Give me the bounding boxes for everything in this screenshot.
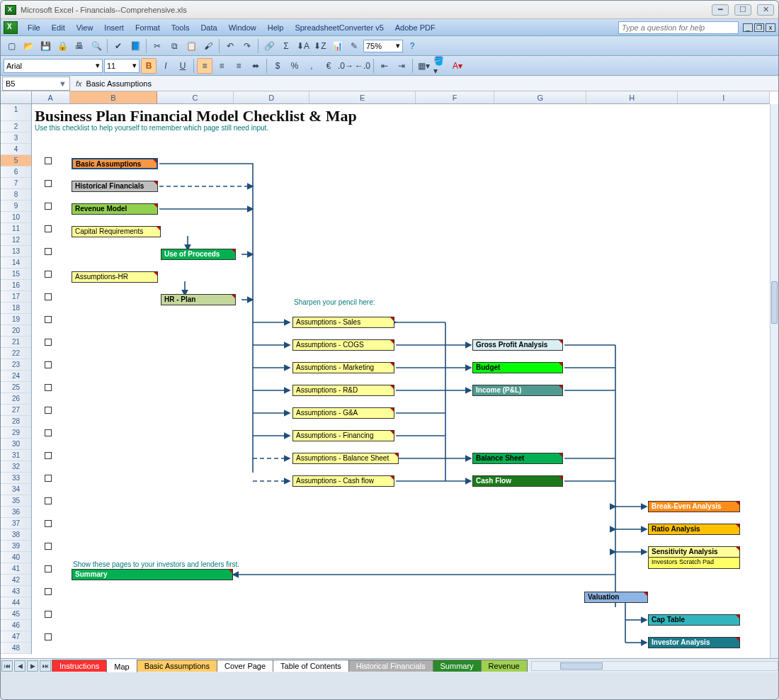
decrease-decimal-button[interactable]: ←.0 xyxy=(355,58,370,74)
row-header-24[interactable]: 24 xyxy=(1,371,31,382)
col-header-B[interactable]: B xyxy=(70,91,158,103)
checkbox-row-31[interactable] xyxy=(45,452,52,459)
node-assumptions-financing[interactable]: Assumptions - Financing xyxy=(292,430,394,441)
checkbox-row-19[interactable] xyxy=(45,316,52,323)
sort-desc-icon[interactable]: ⬇Z xyxy=(312,38,328,54)
menu-view[interactable]: View xyxy=(71,21,99,34)
menu-tools[interactable]: Tools xyxy=(166,21,195,34)
row-header-20[interactable]: 20 xyxy=(1,325,31,337)
currency-button[interactable]: $ xyxy=(270,58,285,74)
row-header-33[interactable]: 33 xyxy=(1,473,31,484)
row-header-26[interactable]: 26 xyxy=(1,393,31,405)
zoom-combo[interactable]: 75%▾ xyxy=(363,40,403,52)
checkbox-row-7[interactable] xyxy=(45,180,52,187)
row-headers[interactable]: 1234567891011121314151617181920212223242… xyxy=(1,104,32,654)
menu-insert[interactable]: Insert xyxy=(98,21,130,34)
checkbox-row-25[interactable] xyxy=(45,384,52,391)
node-break-even[interactable]: Break-Even Analysis xyxy=(648,501,740,512)
tab-table-of-contents[interactable]: Table of Contents xyxy=(273,660,349,672)
save-icon[interactable]: 💾 xyxy=(38,38,53,54)
autosum-icon[interactable]: Σ xyxy=(278,38,294,54)
checkbox-row-39[interactable] xyxy=(45,543,52,550)
redo-icon[interactable]: ↷ xyxy=(239,38,255,54)
row-header-15[interactable]: 15 xyxy=(1,269,31,280)
drawing-icon[interactable]: ✎ xyxy=(346,38,362,54)
row-header-29[interactable]: 29 xyxy=(1,427,31,439)
node-summary[interactable]: Summary xyxy=(72,569,233,580)
node-valuation[interactable]: Valuation xyxy=(584,592,648,603)
node-assumptions-ga[interactable]: Assumptions - G&A xyxy=(292,407,394,419)
checkbox-row-37[interactable] xyxy=(45,520,52,527)
row-header-42[interactable]: 42 xyxy=(1,575,31,586)
tab-historical-financials[interactable]: Historical Financials xyxy=(348,660,433,672)
tab-nav-first[interactable]: ⏮ xyxy=(1,660,13,672)
print-icon[interactable]: 🖶 xyxy=(72,38,87,54)
node-basic-assumptions[interactable]: Basic Assumptions xyxy=(72,158,158,169)
node-cash-flow[interactable]: Cash Flow xyxy=(472,475,563,487)
row-header-12[interactable]: 12 xyxy=(1,235,31,246)
row-header-38[interactable]: 38 xyxy=(1,529,31,541)
merge-center-button[interactable]: ⬌ xyxy=(248,58,263,74)
row-header-47[interactable]: 47 xyxy=(1,631,31,643)
row-header-36[interactable]: 36 xyxy=(1,507,31,518)
row-header-31[interactable]: 31 xyxy=(1,450,31,461)
menu-adobe-pdf[interactable]: Adobe PDF xyxy=(390,21,441,34)
col-header-E[interactable]: E xyxy=(309,91,415,103)
row-header-1[interactable]: 1 xyxy=(1,104,31,121)
fill-color-button[interactable]: 🪣▾ xyxy=(433,58,448,74)
cut-icon[interactable]: ✂ xyxy=(149,38,165,54)
sort-asc-icon[interactable]: ⬇A xyxy=(295,38,311,54)
row-header-25[interactable]: 25 xyxy=(1,382,31,393)
row-header-9[interactable]: 9 xyxy=(1,201,31,212)
percent-button[interactable]: % xyxy=(287,58,302,74)
col-header-G[interactable]: G xyxy=(494,91,586,103)
checkbox-row-23[interactable] xyxy=(45,361,52,368)
row-header-27[interactable]: 27 xyxy=(1,405,31,416)
row-header-2[interactable]: 2 xyxy=(1,121,31,132)
row-header-3[interactable]: 3 xyxy=(1,132,31,144)
checkbox-row-33[interactable] xyxy=(45,475,52,482)
row-header-13[interactable]: 13 xyxy=(1,246,31,257)
tab-nav-next[interactable]: ▶ xyxy=(27,660,38,672)
row-header-37[interactable]: 37 xyxy=(1,518,31,529)
tab-summary[interactable]: Summary xyxy=(433,660,482,672)
align-left-button[interactable]: ≡ xyxy=(197,58,212,74)
fx-icon[interactable]: fx xyxy=(72,79,86,88)
row-header-21[interactable]: 21 xyxy=(1,337,31,348)
increase-indent-button[interactable]: ⇥ xyxy=(394,58,409,74)
mdi-minimize-button[interactable]: _ xyxy=(743,23,753,32)
checkbox-row-35[interactable] xyxy=(45,497,52,504)
menu-help[interactable]: Help xyxy=(262,21,290,34)
checkbox-row-29[interactable] xyxy=(45,429,52,436)
node-assumptions-balance-sheet[interactable]: Assumptions - Balance Sheet xyxy=(292,453,399,464)
node-assumptions-sales[interactable]: Assumptions - Sales xyxy=(292,317,394,328)
worksheet-grid[interactable]: A B C D E F G H I 1234567891011121314151… xyxy=(1,91,778,658)
row-header-22[interactable]: 22 xyxy=(1,348,31,359)
undo-icon[interactable]: ↶ xyxy=(222,38,238,54)
node-revenue-model[interactable]: Revenue Model xyxy=(72,203,158,215)
print-preview-icon[interactable]: 🔍 xyxy=(89,38,104,54)
node-assumptions-cash-flow[interactable]: Assumptions - Cash flow xyxy=(292,475,394,487)
bold-button[interactable]: B xyxy=(141,58,157,74)
tab-instructions[interactable]: Instructions xyxy=(52,660,107,672)
window-minimize-button[interactable]: ━ xyxy=(712,4,729,16)
vertical-scrollbar[interactable] xyxy=(770,104,778,658)
permission-icon[interactable]: 🔒 xyxy=(55,38,70,54)
checkbox-row-9[interactable] xyxy=(45,203,52,210)
row-header-32[interactable]: 32 xyxy=(1,461,31,473)
node-capital-requirements[interactable]: Capital Requirements xyxy=(72,226,161,237)
row-header-7[interactable]: 7 xyxy=(1,178,31,189)
menu-format[interactable]: Format xyxy=(130,21,166,34)
node-use-of-proceeds[interactable]: Use of Proceeds xyxy=(161,249,236,260)
row-header-43[interactable]: 43 xyxy=(1,586,31,597)
help-search-input[interactable] xyxy=(618,21,739,34)
row-header-17[interactable]: 17 xyxy=(1,291,31,303)
checkbox-row-43[interactable] xyxy=(45,588,52,595)
row-header-30[interactable]: 30 xyxy=(1,439,31,450)
row-header-16[interactable]: 16 xyxy=(1,280,31,291)
tab-basic-assumptions[interactable]: Basic Assumptions xyxy=(137,660,217,672)
row-header-11[interactable]: 11 xyxy=(1,223,31,235)
row-header-34[interactable]: 34 xyxy=(1,484,31,495)
checkbox-row-41[interactable] xyxy=(45,565,52,572)
help-icon[interactable]: ? xyxy=(404,38,420,54)
